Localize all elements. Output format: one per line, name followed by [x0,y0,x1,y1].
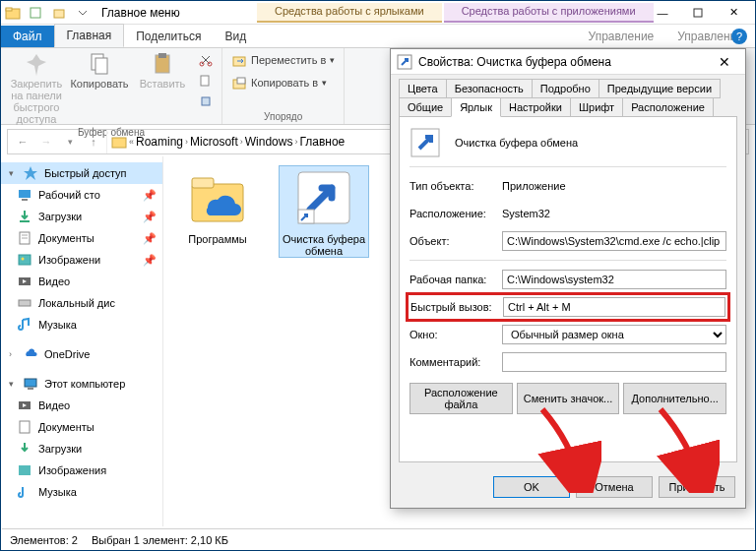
nav-pc-pictures[interactable]: Изображения [1,459,162,481]
svg-rect-4 [694,9,702,17]
nav-recent-icon[interactable]: ▾ [59,132,81,152]
workdir-label: Рабочая папка: [410,274,498,285]
close-button[interactable]: ✕ [716,2,751,24]
apply-button[interactable]: Применить [659,476,735,498]
nav-desktop[interactable]: Рабочий сто📌 [1,184,162,206]
nav-up-icon[interactable]: ↑ [83,132,104,152]
nav-pc-documents[interactable]: Документы [1,416,162,438]
context-tab-shortcut[interactable]: Средства работы с ярлыками [257,3,442,23]
target-label: Объект: [410,235,498,247]
open-location-button[interactable]: Расположение файла [410,383,513,414]
tab-shortcut[interactable]: Ярлык [451,97,501,117]
nav-pc-music[interactable]: Музыка [1,481,162,503]
nav-quick-access[interactable]: ▾Быстрый доступ [1,162,162,184]
paste-shortcut-icon[interactable] [196,92,216,111]
nav-documents[interactable]: Документы📌 [1,227,162,249]
tab-previous[interactable]: Предыдущие версии [598,79,721,98]
window-select[interactable]: Обычный размер окна [502,325,726,344]
tab-font[interactable]: Шрифт [570,97,623,117]
svg-rect-15 [237,78,245,84]
nav-forward-icon[interactable]: → [35,132,57,152]
advanced-button[interactable]: Дополнительно... [623,383,726,414]
dialog-tabs: Цвета Безопасность Подробно Предыдущие в… [391,75,745,116]
svg-point-25 [22,258,25,261]
shortcut-name: Очистка буфера обмена [455,137,578,149]
tab-details[interactable]: Подробно [532,79,599,98]
nav-back-icon[interactable]: ← [12,132,33,152]
file-programs[interactable]: Программы [173,166,262,245]
comment-input[interactable] [502,352,726,372]
dialog-title: Свойства: Очистка буфера обмена [418,55,704,69]
tab-layout[interactable]: Расположение [622,97,714,117]
location-label: Расположение: [410,208,498,219]
svg-rect-36 [192,178,214,188]
svg-rect-11 [201,76,209,86]
tab-view[interactable]: Вид [213,26,258,47]
status-bar: Элементов: 2 Выбран 1 элемент: 2,10 КБ [2,528,754,550]
tab-security[interactable]: Безопасность [446,79,533,98]
pin-button[interactable]: Закрепить на панели быстрого доступа [7,50,66,125]
paste-button[interactable]: Вставить [133,50,192,90]
svg-marker-17 [24,166,37,180]
dialog-close-button[interactable]: ✕ [710,54,739,70]
svg-rect-24 [19,255,31,265]
comment-label: Комментарий: [410,356,498,368]
ok-button[interactable]: OK [493,476,570,498]
location-value: System32 [502,208,726,219]
tab-share[interactable]: Поделиться [124,26,213,47]
nav-pictures[interactable]: Изображени📌 [1,249,162,271]
qat-newfolder-icon[interactable] [48,3,70,23]
window-label: Окно: [410,329,498,340]
file-cleanup-shortcut[interactable]: Очистка буфера обмена [280,166,368,257]
status-selection: Выбран 1 элемент: 2,10 КБ [92,534,228,546]
nav-thispc[interactable]: ▾Этот компьютер [1,373,162,395]
svg-rect-2 [31,8,40,18]
folder-icon [5,5,21,21]
nav-localdisk[interactable]: Локальный дис [1,292,162,314]
properties-dialog: Свойства: Очистка буфера обмена ✕ Цвета … [390,48,746,509]
hotkey-label: Быстрый вызов: [410,301,499,313]
svg-rect-18 [19,190,31,198]
svg-rect-3 [54,10,64,18]
tab-home[interactable]: Главная [54,24,125,47]
hotkey-input[interactable] [503,297,725,317]
copy-to-button[interactable]: Копировать в ▾ [228,73,338,92]
nav-onedrive[interactable]: ›OneDrive [1,343,162,365]
workdir-input[interactable] [502,270,726,289]
target-input[interactable] [502,231,726,251]
nav-music[interactable]: Музыка [1,314,162,336]
svg-rect-29 [25,379,36,387]
status-count: Элементов: 2 [10,534,78,546]
nav-pc-videos[interactable]: Видео [1,395,162,416]
tab-general[interactable]: Общие [399,97,452,117]
nav-downloads[interactable]: Загрузки📌 [1,206,162,227]
help-icon[interactable]: ? [731,29,747,44]
type-label: Тип объекта: [410,180,498,192]
copy-button[interactable]: Копировать [70,50,129,90]
tab-manage-shortcut[interactable]: Управление [577,26,666,47]
svg-rect-34 [19,465,31,475]
context-tab-app[interactable]: Средства работы с приложениями [444,3,654,23]
change-icon-button[interactable]: Сменить значок... [517,383,620,414]
maximize-button[interactable] [680,2,716,24]
svg-rect-6 [95,58,107,74]
svg-rect-19 [22,199,28,201]
nav-videos[interactable]: Видео [1,271,162,292]
qat-properties-icon[interactable] [25,3,46,23]
svg-rect-16 [112,138,126,148]
move-to-button[interactable]: Переместить в ▾ [228,50,338,70]
shortcut-large-icon [410,127,441,158]
type-value: Приложение [502,180,726,192]
svg-rect-1 [6,8,12,11]
nav-pane: ▾Быстрый доступ Рабочий сто📌 Загрузки📌 Д… [1,156,163,526]
svg-rect-30 [28,388,33,390]
cancel-button[interactable]: Отмена [576,476,653,498]
cut-icon[interactable] [196,50,216,70]
nav-pc-downloads[interactable]: Загрузки [1,438,162,459]
tab-colors[interactable]: Цвета [399,79,447,98]
qat-dropdown-icon[interactable] [72,3,94,23]
tab-settings[interactable]: Настройки [500,97,571,117]
tab-file[interactable]: Файл [1,26,54,47]
copy-path-icon[interactable] [196,71,216,91]
svg-rect-20 [20,220,30,222]
